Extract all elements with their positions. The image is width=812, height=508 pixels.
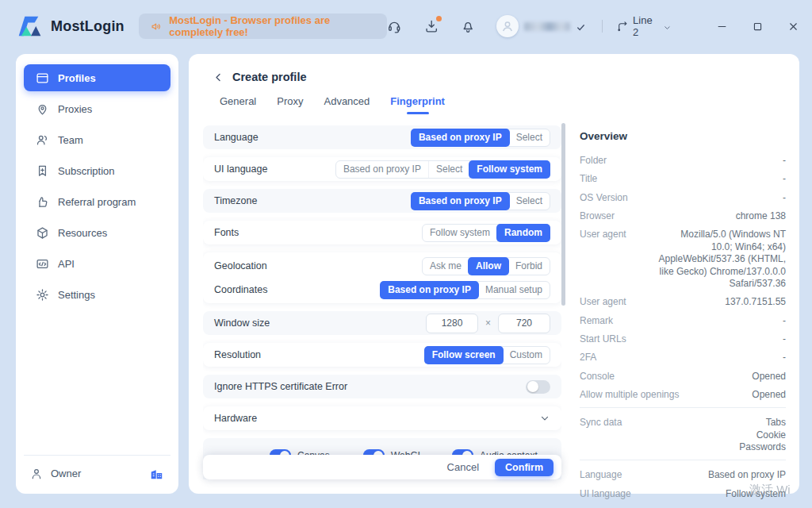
overview-value: Based on proxy IP bbox=[708, 469, 786, 481]
sidebar-item-team[interactable]: Team bbox=[24, 126, 170, 153]
window-size-inputs: × bbox=[426, 314, 550, 333]
overview-label: 2FA bbox=[580, 352, 596, 363]
option-based-on-proxy-ip[interactable]: Based on proxy IP bbox=[380, 281, 479, 299]
overview-row-language: LanguageBased on proxy IP bbox=[580, 469, 786, 481]
field-label: Fonts bbox=[214, 227, 239, 238]
sidebar-footer[interactable]: Owner bbox=[24, 455, 170, 486]
form-footer: Cancel Confirm bbox=[203, 455, 561, 479]
option-ask-me[interactable]: Ask me bbox=[423, 258, 469, 275]
form-row-timezone: TimezoneBased on proxy IPSelect bbox=[203, 189, 561, 213]
back-icon[interactable] bbox=[213, 71, 224, 83]
announcement-banner[interactable]: MostLogin - Browser profiles are complet… bbox=[139, 13, 388, 39]
app-title: MostLogin bbox=[51, 18, 124, 35]
tab-bar: GeneralProxyAdvancedFingerprint bbox=[220, 95, 445, 114]
overview-row-allow-multiple-openings: Allow multiple openingsOpened bbox=[580, 389, 786, 401]
check-icon bbox=[576, 21, 586, 32]
bookmark-plus-icon bbox=[36, 164, 49, 178]
option-allow[interactable]: Allow bbox=[468, 257, 509, 275]
field-label: Ignore HTTPS certificate Error bbox=[214, 381, 347, 392]
option-follow-system[interactable]: Follow system bbox=[469, 160, 550, 179]
field-label: UI language bbox=[214, 164, 267, 175]
overview-row-sync-data: Sync dataTabs Cookie Passwords bbox=[580, 417, 786, 453]
form-row-group: GeolocationAsk meAllowForbidCoordinatesB… bbox=[203, 252, 561, 303]
maximize-button[interactable] bbox=[752, 21, 764, 33]
tab-general[interactable]: General bbox=[220, 95, 256, 114]
option-based-on-proxy-ip[interactable]: Based on proxy IP bbox=[411, 129, 510, 147]
toggle-ignore-https-certificate-error[interactable] bbox=[526, 380, 550, 394]
cube-icon bbox=[36, 226, 49, 240]
sidebar-item-settings[interactable]: Settings bbox=[24, 281, 170, 308]
overview-value: - bbox=[783, 173, 786, 185]
height-input[interactable] bbox=[498, 314, 550, 333]
topbar: MostLogin MostLogin - Browser profiles a… bbox=[0, 0, 812, 52]
avatar bbox=[496, 15, 519, 37]
download-icon[interactable] bbox=[424, 18, 439, 34]
sidebar-item-label: Subscription bbox=[58, 165, 115, 177]
chevron-down-icon[interactable] bbox=[539, 413, 550, 424]
overview-row-user-agent: User agent137.0.7151.55 bbox=[580, 296, 786, 308]
multiply-sign: × bbox=[485, 318, 491, 329]
overview-row-browser: Browserchrome 138 bbox=[580, 210, 786, 222]
option-follow-system[interactable]: Follow system bbox=[423, 225, 497, 241]
page-header: Create profile bbox=[213, 71, 306, 83]
scrollbar[interactable] bbox=[561, 123, 565, 306]
tab-proxy[interactable]: Proxy bbox=[277, 95, 303, 114]
form-row-language: LanguageBased on proxy IPSelect bbox=[203, 125, 561, 149]
option-manual-setup[interactable]: Manual setup bbox=[478, 282, 550, 298]
overview-value: chrome 138 bbox=[736, 210, 786, 222]
overview-value: Mozilla/5.0 (Windows NT 10.0; Win64; x64… bbox=[657, 229, 786, 290]
overview-label: Sync data bbox=[580, 417, 622, 428]
overview-label: Console bbox=[580, 371, 615, 382]
form-row-coordinates: CoordinatesBased on proxy IPManual setup bbox=[203, 278, 561, 302]
sidebar-item-proxies[interactable]: Proxies bbox=[24, 95, 170, 122]
field-label: Timezone bbox=[214, 195, 257, 206]
option-follow-screen[interactable]: Follow screen bbox=[424, 346, 504, 364]
minimize-button[interactable] bbox=[716, 21, 728, 33]
sidebar-item-subscription[interactable]: Subscription bbox=[24, 157, 170, 184]
fingerprint-form: LanguageBased on proxy IPSelectUI langua… bbox=[203, 125, 561, 479]
option-random[interactable]: Random bbox=[496, 224, 550, 242]
terminal-icon bbox=[36, 257, 49, 271]
overview-divider bbox=[580, 460, 786, 460]
option-custom[interactable]: Custom bbox=[503, 347, 550, 364]
overview-label: User agent bbox=[580, 296, 626, 307]
width-input[interactable] bbox=[426, 314, 478, 333]
sidebar-item-profiles[interactable]: Profiles bbox=[24, 64, 170, 91]
topbar-actions: Line 2 bbox=[387, 14, 799, 38]
sidebar-item-api[interactable]: API bbox=[24, 250, 170, 277]
tab-fingerprint[interactable]: Fingerprint bbox=[390, 95, 445, 114]
sidebar-item-label: Proxies bbox=[58, 103, 92, 115]
overview-value: - bbox=[783, 333, 786, 345]
sidebar-item-resources[interactable]: Resources bbox=[24, 219, 170, 246]
megaphone-icon bbox=[151, 20, 162, 33]
confirm-button[interactable]: Confirm bbox=[495, 459, 553, 476]
form-row-fonts: FontsFollow systemRandom bbox=[203, 221, 561, 244]
support-icon[interactable] bbox=[387, 18, 401, 34]
line-selector[interactable]: Line 2 bbox=[617, 14, 672, 38]
building-icon[interactable] bbox=[149, 466, 164, 481]
option-forbid[interactable]: Forbid bbox=[508, 258, 550, 275]
option-based-on-proxy-ip[interactable]: Based on proxy IP bbox=[411, 192, 510, 210]
overview-row-folder: Folder- bbox=[580, 155, 786, 167]
option-based-on-proxy-ip[interactable]: Based on proxy IP bbox=[336, 161, 428, 178]
page-title: Create profile bbox=[232, 71, 306, 83]
overview-rows: Folder-Title-OS Version-Browserchrome 13… bbox=[580, 155, 786, 508]
overview-row-remark: Remark- bbox=[580, 315, 786, 327]
line-selector-label: Line 2 bbox=[633, 14, 658, 38]
option-select[interactable]: Select bbox=[509, 129, 550, 146]
form-row-window-size: Window size× bbox=[203, 311, 561, 335]
chevron-down-icon bbox=[663, 21, 672, 31]
field-label: Language bbox=[214, 132, 259, 143]
cancel-button[interactable]: Cancel bbox=[447, 461, 479, 473]
bell-icon[interactable] bbox=[461, 18, 475, 34]
sidebar-item-label: API bbox=[58, 258, 75, 270]
sidebar-item-label: Settings bbox=[58, 289, 95, 301]
overview-label: Browser bbox=[580, 210, 615, 221]
close-button[interactable] bbox=[787, 21, 799, 33]
tab-advanced[interactable]: Advanced bbox=[324, 95, 370, 114]
option-select[interactable]: Select bbox=[428, 161, 469, 178]
geolocation-segmented: Ask meAllowForbid bbox=[422, 257, 550, 275]
sidebar-item-referral-program[interactable]: Referral program bbox=[24, 188, 170, 215]
option-select[interactable]: Select bbox=[509, 193, 550, 210]
account-menu[interactable] bbox=[496, 15, 586, 37]
